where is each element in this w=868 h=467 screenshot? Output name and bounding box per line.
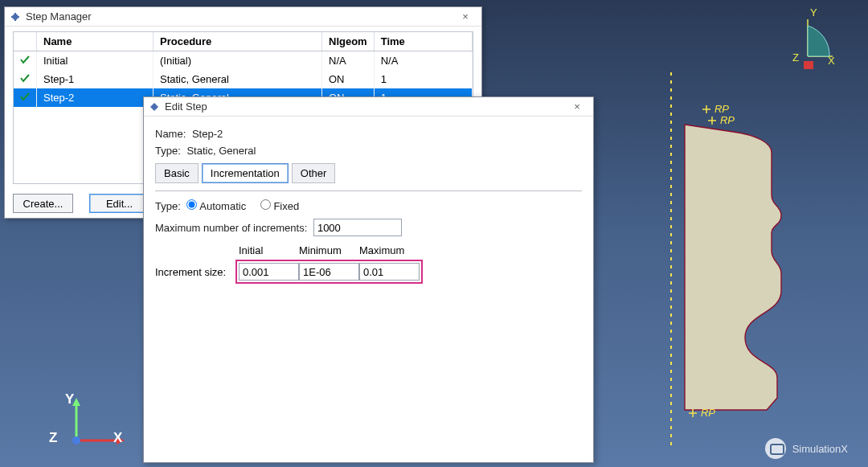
cell-procedure: (Initial) bbox=[154, 51, 322, 71]
header-initial: Initial bbox=[239, 244, 299, 256]
tab-other[interactable]: Other bbox=[292, 163, 336, 183]
maxnum-input[interactable] bbox=[313, 219, 402, 236]
cell-name: Step-1 bbox=[37, 70, 154, 88]
table-row[interactable]: Step-1 Static, General ON 1 bbox=[14, 70, 473, 88]
increment-size-row: Increment size: bbox=[155, 260, 582, 284]
increment-min-input[interactable] bbox=[299, 263, 359, 281]
tab-divider bbox=[155, 190, 582, 191]
cell-procedure: Static, General bbox=[154, 70, 322, 88]
step-manager-title: Step Manager bbox=[26, 10, 454, 23]
reference-point-2[interactable]: RP bbox=[707, 114, 735, 126]
wechat-icon bbox=[765, 438, 786, 459]
header-maximum: Maximum bbox=[359, 244, 420, 256]
cell-nlgeom: ON bbox=[322, 70, 375, 88]
view-triad-bottomleft[interactable]: Y X Z bbox=[60, 396, 133, 455]
step-manager-buttonrow: Create... Edit... bbox=[13, 194, 149, 213]
radio-automatic-input[interactable] bbox=[186, 199, 197, 210]
view-triad-topright[interactable]: Y X Z bbox=[780, 8, 836, 75]
name-value: Step-2 bbox=[192, 128, 223, 140]
col-check bbox=[14, 32, 37, 51]
rp-label: RP bbox=[701, 407, 715, 419]
header-minimum: Minimum bbox=[299, 244, 359, 256]
close-icon[interactable]: × bbox=[566, 100, 588, 113]
maxnum-label: Maximum number of increments: bbox=[155, 222, 307, 234]
radio-automatic-label: Automatic bbox=[199, 200, 246, 212]
part-profile-icon bbox=[677, 121, 789, 422]
highlight-box bbox=[235, 260, 423, 284]
checkmark-icon bbox=[14, 70, 37, 88]
tab-incrementation[interactable]: Incrementation bbox=[202, 163, 289, 183]
radio-fixed-label: Fixed bbox=[273, 200, 299, 212]
increment-type-row: Type: Automatic Fixed bbox=[155, 199, 582, 212]
edit-button[interactable]: Edit... bbox=[89, 194, 149, 213]
axis-label-x: X bbox=[113, 430, 122, 446]
type-row: Type: Static, General bbox=[155, 145, 582, 157]
triad-icon: Y X Z bbox=[780, 8, 836, 72]
col-time[interactable]: Time bbox=[374, 32, 472, 51]
model-part[interactable] bbox=[677, 121, 789, 422]
radio-fixed-input[interactable] bbox=[260, 199, 271, 210]
rp-label: RP bbox=[720, 114, 735, 126]
tab-basic[interactable]: Basic bbox=[155, 163, 199, 183]
name-label: Name: bbox=[155, 128, 186, 140]
edit-step-body: Name: Step-2 Type: Static, General Basic… bbox=[144, 117, 593, 462]
type-label: Type: bbox=[155, 145, 181, 157]
maxnum-row: Maximum number of increments: bbox=[155, 219, 582, 236]
create-button[interactable]: Create... bbox=[13, 194, 73, 213]
col-procedure[interactable]: Procedure bbox=[154, 32, 322, 51]
edit-step-titlebar[interactable]: Edit Step × bbox=[144, 97, 593, 117]
checkmark-icon bbox=[14, 88, 37, 107]
radio-automatic[interactable]: Automatic bbox=[186, 200, 248, 212]
incsize-label: Increment size: bbox=[155, 266, 235, 278]
reference-point-1[interactable]: RP bbox=[702, 103, 729, 115]
svg-text:Y: Y bbox=[810, 8, 817, 18]
table-row[interactable]: Initial (Initial) N/A N/A bbox=[14, 51, 473, 71]
reference-point-3[interactable]: RP bbox=[688, 407, 715, 419]
cell-nlgeom: N/A bbox=[322, 51, 375, 71]
tabs: Basic Incrementation Other bbox=[155, 163, 582, 183]
col-name[interactable]: Name bbox=[37, 32, 154, 51]
checkmark-icon bbox=[14, 51, 37, 71]
svg-rect-5 bbox=[804, 61, 813, 69]
close-icon[interactable]: × bbox=[454, 10, 477, 23]
svg-text:Z: Z bbox=[792, 51, 799, 63]
app-icon bbox=[149, 101, 160, 113]
step-manager-titlebar[interactable]: Step Manager × bbox=[5, 7, 481, 27]
cell-time: 1 bbox=[374, 70, 472, 88]
rp-label: RP bbox=[714, 103, 729, 115]
increment-type-label: Type: bbox=[155, 200, 181, 212]
increment-max-input[interactable] bbox=[359, 263, 420, 281]
edit-step-dialog[interactable]: Edit Step × Name: Step-2 Type: Static, G… bbox=[143, 96, 594, 463]
cell-time: N/A bbox=[374, 51, 472, 71]
type-value: Static, General bbox=[186, 145, 256, 157]
name-row: Name: Step-2 bbox=[155, 128, 582, 140]
app-icon bbox=[10, 11, 21, 23]
edit-step-title: Edit Step bbox=[165, 100, 566, 113]
watermark-text: SimulationX bbox=[792, 443, 848, 455]
col-nlgeom[interactable]: Nlgeom bbox=[322, 32, 375, 51]
increment-initial-input[interactable] bbox=[239, 263, 299, 281]
axis-label-z: Z bbox=[49, 430, 57, 446]
symmetry-axis bbox=[670, 72, 672, 450]
axis-label-y: Y bbox=[65, 391, 74, 408]
cell-name: Step-2 bbox=[37, 88, 154, 107]
cell-name: Initial bbox=[37, 51, 154, 71]
increment-headers: Initial Minimum Maximum bbox=[239, 244, 582, 256]
svg-point-10 bbox=[72, 436, 80, 444]
radio-fixed[interactable]: Fixed bbox=[260, 200, 299, 212]
wechat-watermark: SimulationX bbox=[765, 438, 848, 459]
